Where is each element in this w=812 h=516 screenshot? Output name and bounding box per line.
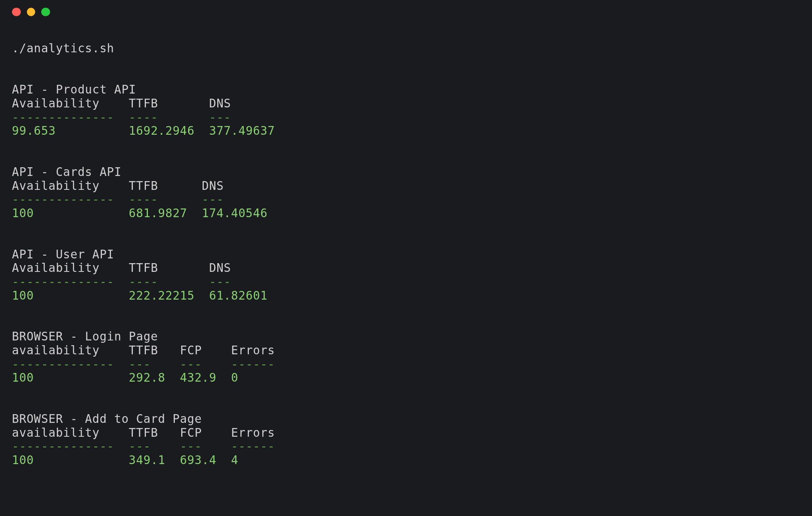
metric-value: 100 bbox=[12, 206, 114, 220]
metric-value: 693.4 bbox=[180, 453, 216, 467]
section-title: API - User API bbox=[12, 248, 114, 262]
metric-value: 99.653 bbox=[12, 124, 114, 138]
column-header: availability bbox=[12, 344, 114, 357]
divider: --- bbox=[209, 110, 275, 124]
section-title: API - Cards API bbox=[12, 165, 121, 179]
metric-value: 61.82601 bbox=[209, 289, 268, 302]
divider: --- bbox=[129, 440, 165, 453]
column-header: Availability bbox=[12, 179, 114, 193]
divider: --- bbox=[209, 275, 268, 289]
divider: ---- bbox=[129, 110, 195, 124]
metric-value: 0 bbox=[231, 371, 275, 385]
divider: ---- bbox=[129, 275, 195, 289]
metric-value: 100 bbox=[12, 453, 114, 467]
divider: -------------- bbox=[12, 193, 114, 206]
divider: -------------- bbox=[12, 440, 114, 453]
metric-value: 681.9827 bbox=[129, 206, 187, 220]
metric-value: 292.8 bbox=[129, 371, 165, 385]
metric-value: 100 bbox=[12, 371, 114, 385]
metric-value: 174.40546 bbox=[202, 206, 268, 220]
window-zoom-button[interactable] bbox=[41, 8, 50, 16]
metric-value: 4 bbox=[231, 453, 275, 467]
column-header: TTFB bbox=[129, 426, 165, 440]
column-header: TTFB bbox=[129, 97, 195, 111]
column-header: DNS bbox=[202, 179, 268, 193]
column-header: TTFB bbox=[129, 344, 165, 357]
terminal-output: ./analytics.sh API - Product API Availab… bbox=[0, 24, 812, 479]
metric-value: 349.1 bbox=[129, 453, 165, 467]
divider: --- bbox=[202, 193, 268, 206]
column-header: availability bbox=[12, 426, 114, 440]
section-title: API - Product API bbox=[12, 83, 136, 97]
divider: ---- bbox=[129, 193, 187, 206]
divider: --- bbox=[180, 357, 216, 371]
column-header: DNS bbox=[209, 261, 268, 275]
command-line: ./analytics.sh bbox=[12, 42, 114, 55]
divider: ------ bbox=[231, 357, 275, 371]
divider: --- bbox=[129, 357, 165, 371]
divider: -------------- bbox=[12, 357, 114, 371]
metric-value: 1692.2946 bbox=[129, 124, 195, 138]
terminal-window: ./analytics.sh API - Product API Availab… bbox=[0, 0, 812, 516]
column-header: Availability bbox=[12, 261, 114, 275]
metric-value: 432.9 bbox=[180, 371, 216, 385]
window-close-button[interactable] bbox=[12, 8, 21, 16]
column-header: TTFB bbox=[129, 179, 187, 193]
metric-value: 222.22215 bbox=[129, 289, 195, 302]
divider: --- bbox=[180, 440, 216, 453]
column-header: DNS bbox=[209, 97, 275, 111]
divider: -------------- bbox=[12, 110, 114, 124]
section-title: BROWSER - Add to Card Page bbox=[12, 412, 202, 426]
column-header: Availability bbox=[12, 97, 114, 111]
metric-value: 100 bbox=[12, 289, 114, 302]
column-header: TTFB bbox=[129, 261, 195, 275]
section-title: BROWSER - Login Page bbox=[12, 330, 158, 344]
column-header: FCP bbox=[180, 344, 216, 357]
window-titlebar bbox=[0, 0, 812, 24]
divider: -------------- bbox=[12, 275, 114, 289]
column-header: Errors bbox=[231, 344, 275, 357]
column-header: FCP bbox=[180, 426, 216, 440]
column-header: Errors bbox=[231, 426, 275, 440]
divider: ------ bbox=[231, 440, 275, 453]
window-minimize-button[interactable] bbox=[27, 8, 35, 16]
metric-value: 377.49637 bbox=[209, 124, 275, 138]
